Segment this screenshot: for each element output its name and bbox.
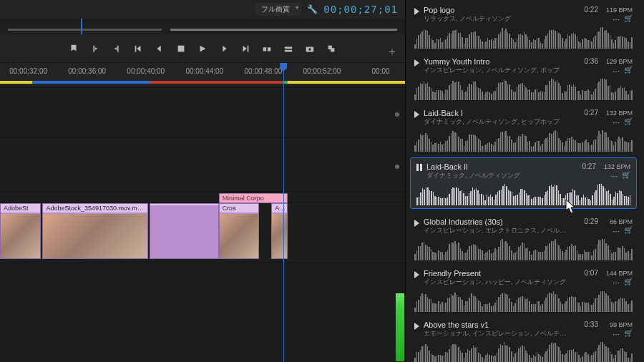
time-stamp: 00;00;52;00: [303, 67, 341, 75]
clip-label: AdobeSt: [1, 204, 40, 212]
video-clip[interactable]: [150, 203, 218, 259]
export-frame-button[interactable]: [304, 43, 316, 54]
track-bpm: 132 BPM: [598, 109, 633, 117]
track-duration: 0:29: [574, 217, 598, 225]
playhead[interactable]: [283, 63, 284, 362]
track-bpm: 129 BPM: [598, 58, 633, 65]
audio-track-item[interactable]: Global Industries (30s)インスピレーション, エレクトロニ…: [410, 215, 637, 260]
more-icon[interactable]: ···: [613, 14, 620, 24]
track-duration: 0:27: [572, 162, 596, 170]
audio-track-item[interactable]: Yummy Youth Introインスピレーション, ノベルティソング, ポッ…: [410, 54, 637, 100]
track-bpm: 119 BPM: [598, 6, 633, 14]
insert-button[interactable]: [326, 43, 337, 54]
video-clip[interactable]: AdobeStock_354917030.mov.mp4: [42, 203, 147, 259]
svg-point-6: [308, 48, 311, 51]
pause-icon[interactable]: [416, 164, 422, 171]
audio-track-item[interactable]: Laid-Back IIダイナミック, ノベルティソング0:27132 BPM·…: [410, 157, 637, 209]
time-ruler[interactable]: 00;00;32;0000;00;36;0000;00;40;0000;00;4…: [0, 63, 405, 87]
more-icon[interactable]: ···: [613, 66, 620, 76]
transport-controls: ＋: [0, 34, 405, 63]
time-stamp: 00;00;44;00: [185, 67, 223, 75]
cart-icon[interactable]: 🛒: [624, 226, 633, 236]
go-to-out-button[interactable]: [240, 43, 251, 54]
lift-button[interactable]: [261, 43, 273, 54]
track-tags: インスピレーション, ハッピー, ノベルティソング: [424, 278, 570, 287]
play-icon[interactable]: [414, 8, 419, 15]
time-stamp: 00;00;48;00: [244, 67, 282, 75]
track-title: Pop logo: [424, 6, 570, 14]
cart-icon[interactable]: 🛒: [624, 14, 633, 24]
track-tags: ダイナミック, ノベルティソング: [426, 171, 567, 180]
track-duration: 0:33: [574, 321, 598, 328]
play-icon[interactable]: [414, 220, 419, 227]
cart-icon[interactable]: 🛒: [624, 117, 633, 127]
waveform-preview[interactable]: [414, 239, 633, 260]
track-duration: 0:27: [574, 109, 598, 117]
track-title: Laid-Back II: [426, 162, 567, 171]
cart-icon[interactable]: 🛒: [622, 171, 630, 181]
track-duration: 0:07: [574, 269, 598, 277]
clip-label: [150, 204, 218, 205]
navigator-ruler[interactable]: [0, 19, 405, 34]
time-stamp: 00;00;36;00: [68, 67, 106, 75]
track-tags: ダイナミック, ノベルティソング, ヒップホップ: [424, 117, 570, 127]
play-icon[interactable]: [414, 271, 419, 278]
svg-rect-1: [263, 47, 266, 51]
track-tags: インスピレーション, ノベルティソング, ポップ: [424, 66, 570, 75]
play-icon[interactable]: [414, 323, 419, 330]
stop-button[interactable]: [175, 43, 187, 54]
waveform-preview[interactable]: [414, 290, 633, 312]
step-forward-button[interactable]: [218, 43, 230, 54]
play-icon[interactable]: [414, 111, 419, 118]
play-button[interactable]: [197, 43, 208, 54]
extract-button[interactable]: [283, 43, 294, 54]
audio-peak-meter: [396, 293, 404, 361]
tracks-area[interactable]: Minimal Corpo AdobeStAdobeStock_35491703…: [0, 87, 405, 362]
svg-rect-3: [285, 47, 293, 49]
cart-icon[interactable]: 🛒: [624, 329, 633, 339]
video-track[interactable]: AdobeStAdobeStock_354917030.mov.mp4CrosA…: [0, 203, 405, 259]
track-bpm: 99 BPM: [598, 321, 633, 328]
waveform-preview[interactable]: [414, 27, 633, 49]
track-bpm: 144 BPM: [598, 270, 633, 277]
audio-track-item[interactable]: Laid-Back Iダイナミック, ノベルティソング, ヒップホップ0:271…: [410, 106, 637, 152]
go-to-in-button[interactable]: [132, 43, 144, 54]
waveform-preview[interactable]: [414, 79, 633, 100]
settings-wrench-icon[interactable]: 🔧: [307, 4, 318, 14]
add-marker-button[interactable]: [68, 43, 79, 54]
program-monitor-bar: フル画質 🔧 00;00;27;01: [0, 0, 405, 19]
track-duration: 0:22: [574, 6, 598, 14]
video-clip[interactable]: Ado: [271, 203, 288, 259]
track-tags: エモーショナル, インスピレーション, ノベルティソング, エレクトロ…: [424, 329, 570, 338]
mark-out-button[interactable]: [111, 43, 122, 54]
cart-icon[interactable]: 🛒: [624, 278, 633, 288]
more-icon[interactable]: ···: [613, 117, 620, 127]
step-back-button[interactable]: [154, 43, 165, 54]
more-icon[interactable]: ···: [613, 329, 620, 339]
scroll-handle[interactable]: [395, 112, 399, 117]
waveform-preview[interactable]: [416, 184, 630, 205]
audio-track-list[interactable]: Pop logoリラックス, ノベルティソング0:22119 BPM···🛒Yu…: [406, 0, 644, 362]
scroll-handle[interactable]: [395, 165, 399, 169]
waveform-preview[interactable]: [414, 130, 633, 152]
waveform-preview[interactable]: [414, 342, 633, 362]
track-duration: 0:36: [574, 57, 598, 65]
audio-track-item[interactable]: Friendly Presentインスピレーション, ハッピー, ノベルティソン…: [410, 266, 637, 312]
more-icon[interactable]: ···: [613, 278, 620, 288]
track-bpm: 86 BPM: [598, 218, 633, 225]
clip-label: Minimal Corpo: [223, 195, 264, 202]
audio-track-item[interactable]: Pop logoリラックス, ノベルティソング0:22119 BPM···🛒: [410, 3, 637, 49]
video-clip[interactable]: AdobeSt: [0, 203, 41, 259]
video-clip[interactable]: Cros: [219, 203, 260, 259]
more-icon[interactable]: ···: [613, 226, 620, 236]
cart-icon[interactable]: 🛒: [624, 66, 633, 76]
clip-minimal-corpo[interactable]: Minimal Corpo: [219, 193, 288, 203]
mark-in-button[interactable]: [89, 43, 101, 54]
playback-quality-select[interactable]: フル画質: [255, 3, 301, 16]
play-icon[interactable]: [414, 59, 419, 67]
more-icon[interactable]: ···: [610, 171, 618, 181]
audio-track-item[interactable]: Above the stars v1エモーショナル, インスピレーション, ノベ…: [410, 318, 637, 362]
clip-label: AdobeStock_354917030.mov.mp4: [43, 204, 147, 212]
button-editor-plus-icon[interactable]: ＋: [386, 44, 398, 59]
program-timecode[interactable]: 00;00;27;01: [323, 4, 398, 15]
